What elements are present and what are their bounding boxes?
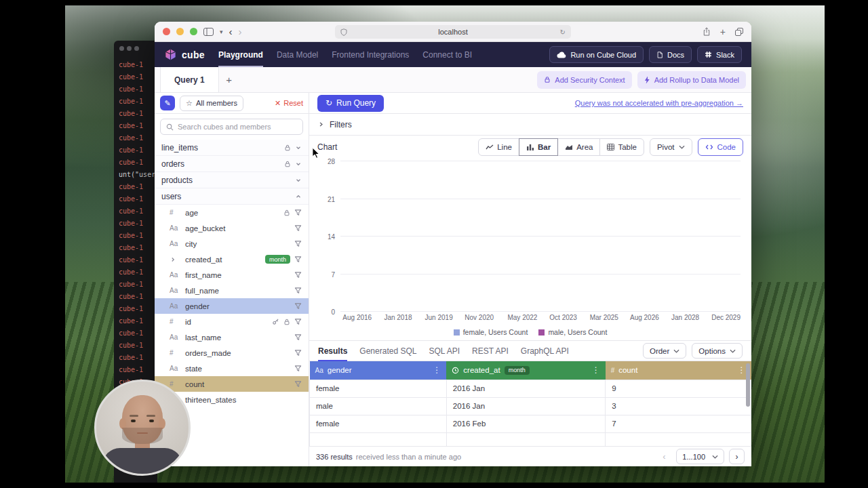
- chart-type-bar[interactable]: Bar: [519, 138, 558, 156]
- tab-results[interactable]: Results: [318, 341, 347, 361]
- filter-funnel-icon[interactable]: [294, 224, 302, 232]
- member-row-count[interactable]: #count: [155, 376, 309, 392]
- member-actions[interactable]: [283, 209, 302, 216]
- cube-row-products[interactable]: products: [155, 172, 309, 188]
- pivot-dropdown[interactable]: Pivot: [650, 138, 692, 156]
- member-actions[interactable]: [294, 271, 302, 279]
- chevron-down-icon[interactable]: [295, 144, 302, 151]
- page-range-dropdown[interactable]: 1...100: [676, 449, 724, 464]
- edit-query-button[interactable]: ✎: [160, 96, 175, 110]
- member-actions[interactable]: [294, 349, 302, 357]
- member-actions[interactable]: [294, 224, 302, 232]
- column-header-created-at[interactable]: created_at month ⋮: [446, 361, 605, 380]
- filter-funnel-icon[interactable]: [294, 349, 302, 357]
- member-actions[interactable]: [294, 256, 302, 263]
- tab-rest-api[interactable]: REST API: [472, 341, 509, 361]
- table-scrollbar[interactable]: [746, 363, 750, 438]
- filters-section[interactable]: Filters: [309, 114, 751, 136]
- filter-funnel-icon[interactable]: [294, 240, 302, 247]
- site-settings-icon[interactable]: [340, 28, 347, 36]
- nav-item-data-model[interactable]: Data Model: [277, 42, 318, 67]
- nav-item-playground[interactable]: Playground: [218, 42, 263, 67]
- tab-sql-api[interactable]: SQL API: [429, 341, 460, 361]
- chart-type-area[interactable]: Area: [557, 138, 600, 156]
- tab-graphql-api[interactable]: GraphQL API: [521, 341, 569, 361]
- filter-funnel-icon[interactable]: [294, 287, 302, 294]
- docs-button[interactable]: Docs: [649, 46, 692, 63]
- member-actions[interactable]: [294, 380, 302, 388]
- address-bar[interactable]: localhost ↻: [335, 25, 571, 39]
- member-row-last_name[interactable]: Aalast_name: [155, 329, 309, 345]
- member-row-id[interactable]: #id: [155, 314, 309, 329]
- cube-row-orders[interactable]: orders: [155, 156, 309, 172]
- column-menu-icon[interactable]: ⋮: [738, 365, 746, 375]
- member-row-city[interactable]: Aacity: [155, 236, 309, 251]
- member-row-gender[interactable]: Aagender: [155, 298, 309, 314]
- scrollbar-thumb[interactable]: [746, 363, 750, 407]
- options-dropdown[interactable]: Options: [692, 343, 743, 359]
- column-header-gender[interactable]: Aa gender ⋮: [310, 361, 447, 380]
- cube-row-line_items[interactable]: line_items: [155, 140, 309, 156]
- reset-button[interactable]: ✕ Reset: [275, 99, 303, 108]
- add-security-context-button[interactable]: Add Security Context: [537, 71, 631, 89]
- search-input[interactable]: [178, 123, 297, 131]
- filter-funnel-icon[interactable]: [294, 302, 302, 310]
- forward-button[interactable]: ›: [239, 26, 242, 37]
- member-actions[interactable]: [294, 333, 302, 341]
- add-rollup-button[interactable]: Add Rollup to Data Model: [637, 71, 746, 89]
- member-row-age_bucket[interactable]: Aaage_bucket: [155, 220, 309, 236]
- filter-funnel-icon[interactable]: [294, 209, 302, 216]
- add-query-tab-button[interactable]: +: [219, 67, 239, 92]
- filter-funnel-icon[interactable]: [294, 380, 302, 388]
- sidebar-toggle-icon[interactable]: [203, 28, 214, 36]
- next-page-button[interactable]: ›: [729, 449, 745, 464]
- run-on-cube-cloud-button[interactable]: Run on Cube Cloud: [549, 46, 644, 63]
- member-row-state[interactable]: Aastate: [155, 361, 309, 376]
- zoom-window-button[interactable]: [190, 28, 197, 35]
- chevron-right-icon[interactable]: [170, 256, 176, 263]
- run-query-button[interactable]: ↻ Run Query: [317, 95, 384, 112]
- chevron-up-icon[interactable]: [295, 193, 302, 200]
- filter-funnel-icon[interactable]: [294, 365, 302, 372]
- member-row-full_name[interactable]: Aafull_name: [155, 283, 309, 298]
- filter-funnel-icon[interactable]: [294, 271, 302, 279]
- slack-button[interactable]: Slack: [697, 46, 742, 63]
- nav-item-frontend-integrations[interactable]: Frontend Integrations: [332, 42, 409, 67]
- filter-funnel-icon[interactable]: [294, 256, 302, 263]
- tab-query-1[interactable]: Query 1: [160, 67, 219, 92]
- close-window-button[interactable]: [163, 28, 170, 35]
- column-menu-icon[interactable]: ⋮: [433, 365, 441, 375]
- member-actions[interactable]: [272, 318, 302, 325]
- chevron-down-icon[interactable]: [295, 161, 302, 167]
- member-actions[interactable]: [294, 240, 302, 247]
- member-row-orders_made[interactable]: #orders_made: [155, 345, 309, 361]
- back-button[interactable]: ‹: [229, 26, 233, 37]
- search-box[interactable]: [160, 119, 303, 135]
- reload-icon[interactable]: ↻: [560, 28, 566, 36]
- cube-logo[interactable]: cube: [164, 48, 205, 61]
- prev-page-button[interactable]: ‹: [656, 449, 671, 464]
- nav-item-connect-to-bi[interactable]: Connect to BI: [422, 42, 472, 67]
- cube-row-users[interactable]: users: [155, 188, 309, 205]
- tab-overview-icon[interactable]: [735, 26, 743, 37]
- order-dropdown[interactable]: Order: [643, 343, 686, 359]
- toolbar-chevron-icon[interactable]: ▾: [220, 28, 223, 35]
- column-menu-icon[interactable]: ⋮: [592, 365, 600, 375]
- share-icon[interactable]: [703, 26, 711, 37]
- member-row-created_at[interactable]: created_atmonth: [155, 251, 309, 267]
- column-header-count[interactable]: # count ⋮: [606, 361, 751, 380]
- member-actions[interactable]: [294, 365, 302, 372]
- chart-type-table[interactable]: Table: [599, 138, 644, 156]
- new-tab-icon[interactable]: +: [720, 26, 726, 37]
- member-row-first_name[interactable]: Aafirst_name: [155, 267, 309, 283]
- preaggregation-link[interactable]: Query was not accelerated with pre-aggre…: [575, 99, 743, 107]
- chevron-down-icon[interactable]: [295, 177, 302, 184]
- filter-funnel-icon[interactable]: [294, 318, 302, 325]
- chart-type-line[interactable]: Line: [478, 138, 519, 156]
- filter-funnel-icon[interactable]: [294, 333, 302, 341]
- member-actions[interactable]: [294, 287, 302, 294]
- tab-generated-sql[interactable]: Generated SQL: [359, 341, 416, 361]
- member-row-age[interactable]: #age: [155, 205, 309, 220]
- code-button[interactable]: Code: [698, 138, 744, 156]
- all-members-toggle[interactable]: ☆ All members: [180, 96, 243, 111]
